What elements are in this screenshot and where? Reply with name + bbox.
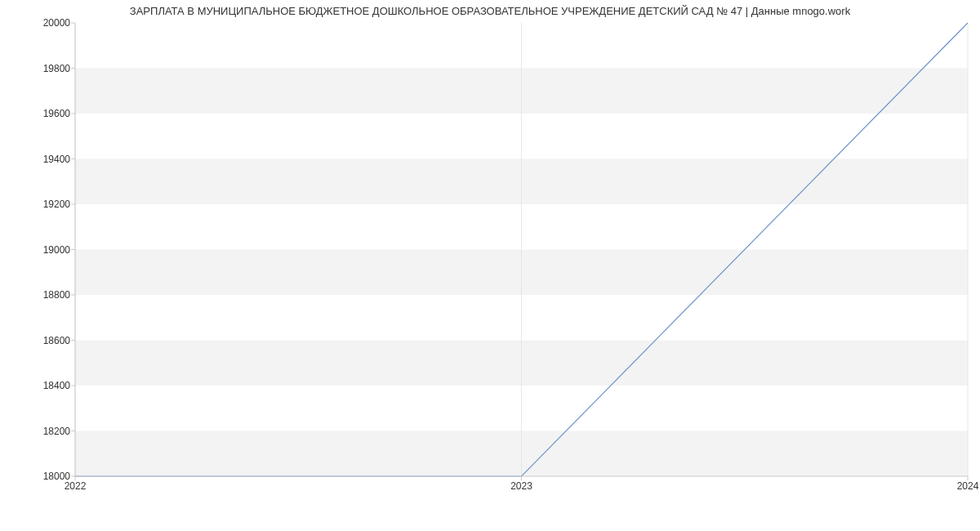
y-tick-label: 19400 bbox=[5, 154, 70, 165]
x-tick-label: 2023 bbox=[510, 480, 532, 492]
y-tick-label: 18000 bbox=[5, 471, 70, 482]
y-tick-label: 19800 bbox=[5, 63, 70, 74]
chart-container: ЗАРПЛАТА В МУНИЦИПАЛЬНОЕ БЮДЖЕТНОЕ ДОШКО… bbox=[0, 0, 980, 531]
y-tick-label: 19600 bbox=[5, 108, 70, 119]
y-tick-label: 18800 bbox=[5, 289, 70, 301]
chart-title: ЗАРПЛАТА В МУНИЦИПАЛЬНОЕ БЮДЖЕТНОЕ ДОШКО… bbox=[0, 5, 980, 17]
chart-svg bbox=[75, 23, 968, 476]
y-tick-label: 18200 bbox=[5, 426, 70, 437]
plot-area bbox=[75, 23, 968, 476]
y-tick-label: 18600 bbox=[5, 335, 70, 346]
y-tick-label: 19200 bbox=[5, 199, 70, 210]
y-tick-label: 19000 bbox=[5, 244, 70, 256]
x-tick-label: 2022 bbox=[65, 480, 87, 492]
x-tick-label: 2024 bbox=[957, 480, 979, 492]
y-tick-label: 18400 bbox=[5, 380, 70, 391]
y-tick-label: 20000 bbox=[5, 17, 70, 29]
